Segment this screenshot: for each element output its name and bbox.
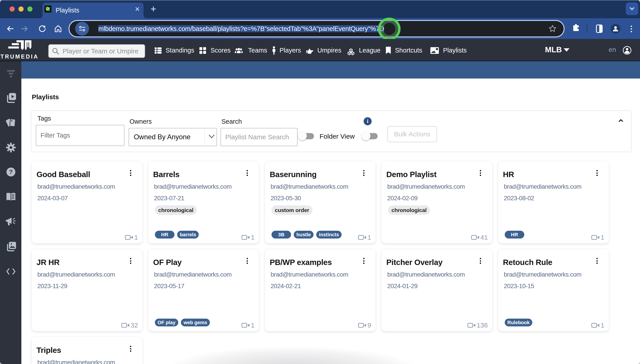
svg-text:?: ?: [9, 169, 13, 175]
